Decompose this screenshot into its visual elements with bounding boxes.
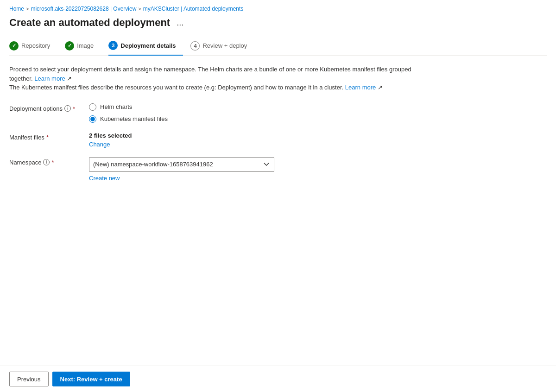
files-selected-text: 2 files selected xyxy=(89,132,334,139)
external-link-icon-2: ↗ xyxy=(378,84,383,91)
footer: Previous Next: Review + create xyxy=(0,366,556,392)
step-number-deployment: 3 xyxy=(112,43,114,48)
namespace-info-icon[interactable]: i xyxy=(43,159,50,165)
kubernetes-manifest-option[interactable]: Kubernetes manifest files xyxy=(89,115,334,123)
step-circle-deployment: 3 xyxy=(108,41,118,50)
namespace-field: (New) namespace-workflow-1658763941962 C… xyxy=(89,157,334,182)
helm-charts-option[interactable]: Helm charts xyxy=(89,103,334,111)
deployment-options-label: Deployment options i * xyxy=(9,103,83,112)
breadcrumb-sep-2: > xyxy=(138,6,141,12)
namespace-dropdown[interactable]: (New) namespace-workflow-1658763941962 xyxy=(89,157,274,172)
breadcrumb-home[interactable]: Home xyxy=(9,6,24,12)
description-learn-more-2[interactable]: Learn more xyxy=(345,84,376,91)
namespace-text: Namespace xyxy=(9,159,41,166)
step-label-review: Review + deploy xyxy=(202,42,247,49)
description: Proceed to select your deployment detail… xyxy=(9,65,426,92)
manifest-files-text: Manifest files xyxy=(9,134,44,141)
breadcrumb-cluster[interactable]: myAKSCluster | Automated deployments xyxy=(143,6,244,12)
step-check-repository: ✓ xyxy=(12,43,16,49)
deployment-options-row: Deployment options i * Helm charts Kuber… xyxy=(9,103,334,123)
step-label-repository: Repository xyxy=(21,42,50,49)
form-section: Deployment options i * Helm charts Kuber… xyxy=(9,103,334,182)
step-circle-repository: ✓ xyxy=(9,41,19,51)
step-circle-review: 4 xyxy=(190,41,200,51)
description-learn-more-1[interactable]: Learn more xyxy=(34,75,65,82)
deployment-options-text: Deployment options xyxy=(9,105,63,112)
step-label-deployment: Deployment details xyxy=(120,42,176,49)
deployment-options-radio-group: Helm charts Kubernetes manifest files xyxy=(89,103,334,123)
step-circle-image: ✓ xyxy=(65,41,74,51)
change-files-link[interactable]: Change xyxy=(89,141,110,148)
deployment-options-info-icon[interactable]: i xyxy=(64,105,71,112)
breadcrumb-sep-1: > xyxy=(26,6,29,12)
manifest-files-field: 2 files selected Change xyxy=(89,132,334,148)
wizard-step-review[interactable]: 4 Review + deploy xyxy=(190,38,254,55)
breadcrumb: Home > microsoft.aks-20220725082628 | Ov… xyxy=(9,6,547,12)
kubernetes-manifest-radio[interactable] xyxy=(89,115,96,123)
ellipsis-button[interactable]: ... xyxy=(174,17,186,29)
manifest-files-label: Manifest files * xyxy=(9,132,83,141)
previous-button[interactable]: Previous xyxy=(9,372,49,386)
deployment-options-required: * xyxy=(73,105,75,112)
kubernetes-manifest-label: Kubernetes manifest files xyxy=(100,115,168,122)
namespace-label: Namespace i * xyxy=(9,157,83,166)
page-title: Create an automated deployment xyxy=(9,17,170,29)
step-label-image: Image xyxy=(77,42,94,49)
external-link-icon-1: ↗ xyxy=(67,75,72,82)
description-line2-prefix: The Kubernetes manifest files describe t… xyxy=(9,84,343,91)
page-title-row: Create an automated deployment ... xyxy=(9,17,547,29)
wizard-steps: ✓ Repository ✓ Image 3 Deployment detail… xyxy=(9,37,547,56)
helm-charts-label: Helm charts xyxy=(100,103,132,110)
namespace-row: Namespace i * (New) namespace-workflow-1… xyxy=(9,157,334,182)
helm-charts-radio[interactable] xyxy=(89,103,96,111)
step-number-review: 4 xyxy=(194,43,196,49)
step-check-image: ✓ xyxy=(68,43,72,49)
create-new-namespace-link[interactable]: Create new xyxy=(89,175,334,182)
breadcrumb-aks[interactable]: microsoft.aks-20220725082628 | Overview xyxy=(31,6,136,12)
wizard-step-deployment-details[interactable]: 3 Deployment details xyxy=(108,37,183,56)
manifest-files-required: * xyxy=(46,134,49,141)
namespace-required: * xyxy=(51,159,54,166)
wizard-step-repository[interactable]: ✓ Repository xyxy=(9,38,57,55)
manifest-files-row: Manifest files * 2 files selected Change xyxy=(9,132,334,148)
next-button[interactable]: Next: Review + create xyxy=(52,372,130,386)
wizard-step-image[interactable]: ✓ Image xyxy=(65,38,101,55)
